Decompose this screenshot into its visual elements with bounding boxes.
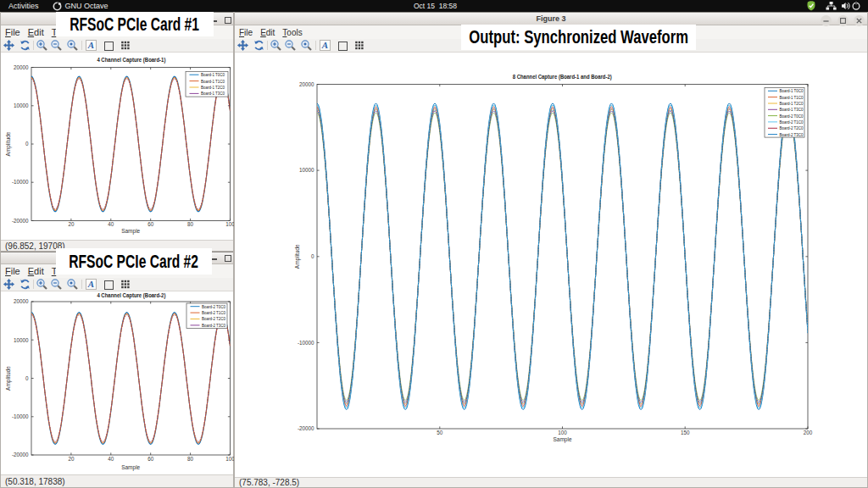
svg-text:Amplitude: Amplitude — [294, 244, 301, 269]
svg-text:-10000: -10000 — [298, 340, 314, 346]
svg-text:0: 0 — [25, 141, 29, 147]
svg-text:Board-2 T1C0: Board-2 T1C0 — [202, 310, 225, 315]
svg-text:Sample: Sample — [553, 436, 571, 443]
svg-text:Board-1 T3C0: Board-1 T3C0 — [780, 107, 804, 112]
svg-text:Board-1 T1C0: Board-1 T1C0 — [201, 79, 225, 84]
svg-text:10000: 10000 — [14, 337, 29, 343]
svg-text:Board-2 T1C0: Board-2 T1C0 — [780, 119, 804, 125]
svg-text:Board-2 T0C0: Board-2 T0C0 — [780, 114, 804, 119]
svg-text:Board-1 T1C0: Board-1 T1C0 — [780, 95, 804, 100]
svg-text:100: 100 — [558, 430, 567, 435]
svg-text:40: 40 — [108, 456, 114, 462]
svg-text:Board-2 T0C0: Board-2 T0C0 — [202, 304, 225, 309]
svg-text:20000: 20000 — [299, 81, 314, 87]
svg-text:Board-1 T0C0: Board-1 T0C0 — [780, 88, 804, 93]
svg-text:Sample: Sample — [121, 228, 140, 235]
svg-text:Board-1 T2C0: Board-1 T2C0 — [201, 85, 225, 90]
svg-text:60: 60 — [147, 221, 154, 227]
svg-text:Board-2 T2C0: Board-2 T2C0 — [780, 125, 804, 130]
svg-text:-20000: -20000 — [298, 425, 314, 431]
svg-text:Board-2 T2C0: Board-2 T2C0 — [202, 316, 225, 321]
svg-text:20: 20 — [68, 221, 75, 227]
svg-text:Amplitude: Amplitude — [5, 131, 12, 156]
svg-text:-20000: -20000 — [12, 218, 29, 224]
svg-text:Board-1 T2C0: Board-1 T2C0 — [780, 101, 804, 106]
svg-text:50: 50 — [437, 430, 443, 435]
svg-text:4 Channel Capture (Board-1): 4 Channel Capture (Board-1) — [97, 56, 165, 64]
svg-text:4 Channel Capture (Board-2): 4 Channel Capture (Board-2) — [97, 291, 165, 299]
svg-text:80: 80 — [187, 221, 194, 227]
svg-text:20: 20 — [68, 456, 75, 462]
svg-text:Board-2 T3C0: Board-2 T3C0 — [202, 323, 225, 328]
svg-text:0: 0 — [311, 253, 314, 259]
svg-text:-10000: -10000 — [12, 413, 29, 419]
svg-text:40: 40 — [108, 221, 114, 227]
svg-text:8 Channel Capture (Board-1 and: 8 Channel Capture (Board-1 and Board-2) — [513, 73, 612, 80]
svg-text:Board-1 T3C0: Board-1 T3C0 — [201, 91, 225, 96]
svg-text:60: 60 — [147, 456, 154, 462]
svg-text:10000: 10000 — [299, 167, 314, 173]
svg-text:10000: 10000 — [14, 103, 29, 108]
svg-text:0: 0 — [25, 375, 29, 381]
svg-text:80: 80 — [187, 456, 194, 462]
svg-text:20000: 20000 — [14, 64, 29, 70]
svg-text:Sample: Sample — [121, 464, 140, 471]
svg-text:20000: 20000 — [14, 298, 29, 304]
svg-text:-20000: -20000 — [12, 452, 29, 458]
svg-text:-10000: -10000 — [12, 179, 29, 185]
svg-text:150: 150 — [681, 430, 690, 435]
svg-text:Amplitude: Amplitude — [5, 366, 12, 391]
svg-text:Board-1 T0C0: Board-1 T0C0 — [201, 72, 225, 77]
svg-text:Board-2 T3C0: Board-2 T3C0 — [780, 132, 804, 137]
svg-text:200: 200 — [804, 430, 813, 435]
